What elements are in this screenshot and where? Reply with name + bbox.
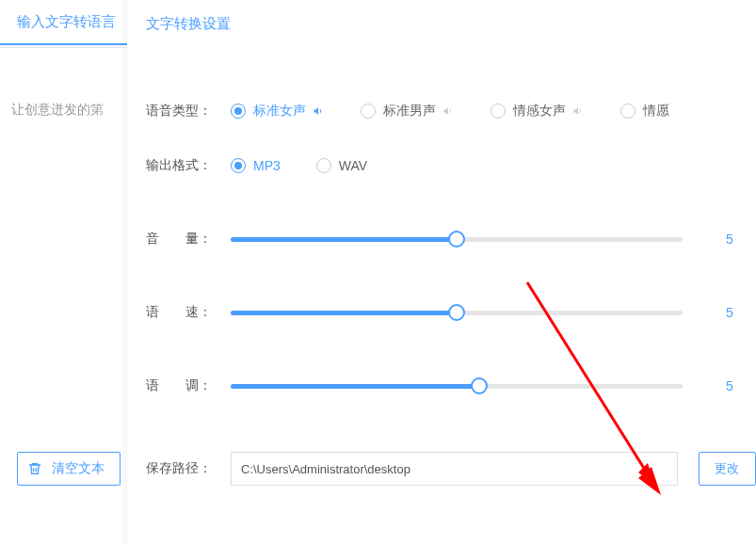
speed-slider[interactable] (231, 304, 683, 321)
tab-label: 输入文字转语言 (17, 13, 116, 31)
radio-voice-standard-male[interactable]: 标准男声 (361, 103, 455, 120)
tab-text-to-speech[interactable]: 输入文字转语言 (0, 0, 127, 45)
radio-voice-emotion-cutoff[interactable]: 情愿 (620, 103, 669, 120)
radio-label: 标准女声 (253, 103, 306, 120)
row-output-format: 输出格式： MP3 WAV (146, 147, 756, 184)
placeholder-hint: 让创意迸发的第 (11, 102, 104, 119)
speed-value: 5 (720, 305, 739, 320)
row-speed: 语 速： 5 (146, 294, 756, 331)
panel-title: 文字转换设置 (146, 0, 756, 47)
tone-slider[interactable] (231, 377, 683, 394)
row-voice-type: 语音类型： 标准女声 标准男声 情感女声 情愿 (146, 92, 756, 130)
radio-label: 情感女声 (513, 103, 566, 120)
radio-voice-standard-female[interactable]: 标准女声 (231, 103, 325, 120)
speed-label: 语 速： (146, 304, 231, 321)
voice-type-label: 语音类型： (146, 103, 231, 120)
slider-thumb[interactable] (448, 304, 465, 321)
radio-circle-icon (361, 104, 376, 119)
slider-thumb[interactable] (471, 377, 488, 394)
output-format-label: 输出格式： (146, 157, 231, 174)
radio-format-wav[interactable]: WAV (316, 158, 367, 173)
speaker-icon (442, 105, 455, 117)
speaker-icon (571, 105, 585, 117)
radio-circle-icon (620, 104, 635, 119)
radio-circle-icon (231, 104, 246, 119)
radio-label: MP3 (253, 158, 281, 173)
volume-value: 5 (720, 232, 739, 247)
slider-fill (231, 311, 457, 315)
speaker-icon (312, 105, 325, 117)
save-path-input[interactable] (231, 452, 678, 486)
radio-format-mp3[interactable]: MP3 (231, 158, 281, 173)
radio-circle-icon (316, 158, 331, 173)
radio-label: 标准男声 (383, 103, 436, 120)
slider-thumb[interactable] (448, 231, 465, 248)
clear-text-button[interactable]: 清空文本 (17, 452, 121, 486)
slider-fill (231, 237, 457, 242)
radio-label: 情愿 (643, 103, 669, 120)
volume-slider[interactable] (231, 231, 683, 248)
tone-label: 语 调： (146, 377, 231, 394)
settings-panel: 文字转换设置 语音类型： 标准女声 标准男声 情感女声 情愿 输出格式： MP3 (127, 0, 756, 544)
slider-fill (231, 384, 479, 389)
radio-label: WAV (339, 158, 367, 173)
trash-icon (27, 461, 42, 476)
row-volume: 音 量： 5 (146, 220, 756, 258)
save-path-label: 保存路径： (146, 460, 231, 477)
radio-circle-icon (491, 104, 506, 119)
tone-value: 5 (720, 378, 739, 393)
row-tone: 语 调： 5 (146, 367, 756, 405)
radio-voice-emotion-female[interactable]: 情感女声 (491, 103, 585, 120)
row-save-path: 保存路径： 更改 (146, 450, 756, 488)
radio-circle-icon (231, 158, 246, 173)
volume-label: 音 量： (146, 231, 231, 248)
clear-text-label: 清空文本 (52, 460, 105, 477)
tab-underline (0, 47, 127, 48)
change-path-button[interactable]: 更改 (699, 452, 756, 486)
